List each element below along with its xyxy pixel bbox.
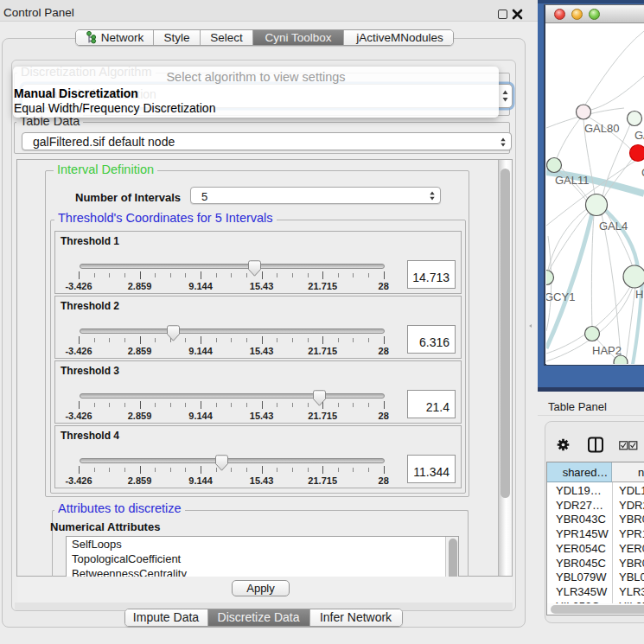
- svg-text:GAL4: GAL4: [599, 220, 628, 233]
- svg-text:GAL80: GAL80: [584, 122, 619, 135]
- svg-text:HI: HI: [635, 288, 644, 301]
- svg-text:GAL3: GAL3: [634, 129, 644, 142]
- svg-text:GAL11: GAL11: [555, 174, 590, 187]
- svg-text:HAP2: HAP2: [592, 344, 622, 357]
- svg-text:GCY1: GCY1: [546, 290, 575, 303]
